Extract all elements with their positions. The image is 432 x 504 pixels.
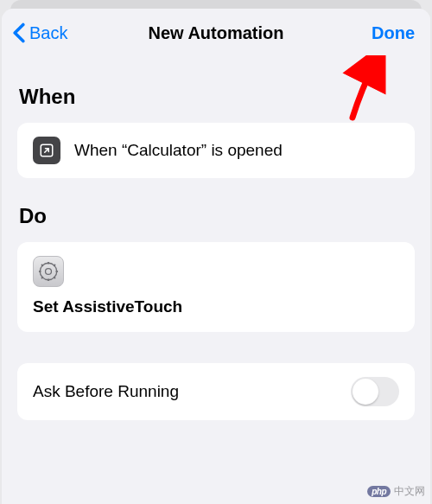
section-gap (17, 332, 415, 363)
toggle-knob (353, 379, 378, 405)
ask-before-running-toggle[interactable] (351, 377, 399, 406)
settings-app-icon (33, 256, 64, 287)
watermark-text: 中文网 (394, 484, 425, 499)
back-label: Back (29, 23, 67, 43)
back-button[interactable]: Back (12, 22, 67, 43)
watermark-logo: php (367, 486, 391, 497)
chevron-left-icon (12, 22, 26, 43)
page-title: New Automation (148, 23, 283, 43)
ask-before-running-row: Ask Before Running (17, 363, 415, 420)
watermark: php 中文网 (367, 484, 425, 499)
content-area: When When “Calculator” is opened Do (2, 59, 430, 504)
when-condition-card[interactable]: When “Calculator” is opened (17, 123, 415, 178)
do-action-card[interactable]: Set AssistiveTouch (17, 242, 415, 332)
open-app-icon (33, 137, 60, 164)
when-condition-text: When “Calculator” is opened (74, 141, 283, 160)
svg-point-2 (46, 269, 52, 275)
when-section-header: When (17, 85, 415, 109)
modal-sheet: Back New Automation Done When When “Calc… (2, 9, 430, 504)
do-action-title: Set AssistiveTouch (33, 297, 182, 316)
done-button[interactable]: Done (372, 23, 415, 43)
navigation-bar: Back New Automation Done (2, 9, 430, 59)
do-section-header: Do (17, 204, 415, 228)
ask-before-running-label: Ask Before Running (33, 382, 179, 401)
